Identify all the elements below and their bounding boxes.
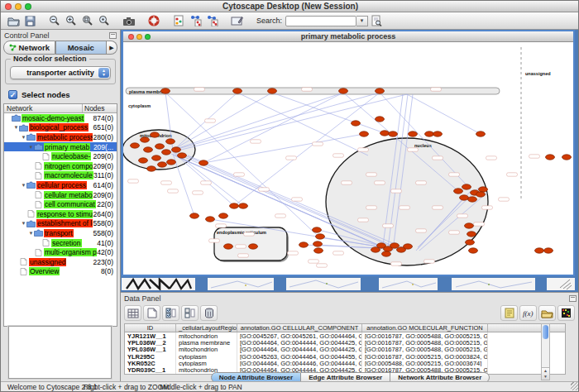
tree-expand-arrow[interactable]: ▼ — [21, 221, 26, 226]
tree-expand-arrow[interactable]: ▼ — [21, 135, 26, 140]
network-node[interactable] — [476, 192, 486, 197]
tree-node-label[interactable]: mosaic-demo-yeast — [22, 114, 84, 122]
table-cell[interactable]: [GO:0045263, GO:0044464, GO:0044455, G..… — [237, 353, 362, 360]
table-cell[interactable]: YPL036W__2 — [125, 339, 176, 346]
tree-row[interactable]: mosaic-demo-yeast874(0) — [4, 113, 117, 123]
network-node[interactable] — [476, 131, 486, 136]
table-column-header[interactable]: _cellularLayoutRegion — [176, 324, 237, 332]
tree-node-label[interactable]: primary metab — [44, 143, 90, 151]
network-node[interactable] — [131, 143, 140, 148]
network-node[interactable] — [371, 247, 380, 252]
tree-row[interactable]: unassigned223(0) — [4, 257, 117, 267]
table-cell[interactable]: [GO:0044464, GO:0044446, GO:0044444, G..… — [237, 360, 362, 366]
network-node[interactable] — [161, 88, 170, 93]
network-node[interactable] — [156, 144, 165, 149]
network-node[interactable] — [433, 131, 443, 136]
import-attributes-icon[interactable] — [538, 305, 556, 321]
search-input[interactable] — [285, 16, 356, 26]
tree-column-network[interactable]: Network — [4, 104, 82, 112]
node-color-dropdown[interactable]: transporter activity ▲▼ — [10, 66, 111, 79]
zoom-fit-icon[interactable] — [96, 13, 112, 28]
network-node[interactable] — [466, 240, 475, 245]
tree-node-label[interactable]: Overview — [29, 267, 60, 275]
save-icon[interactable] — [22, 13, 38, 28]
tree-expand-arrow[interactable]: ▼ — [13, 125, 19, 130]
network-window[interactable]: primary metabolic process plasma membran… — [122, 30, 575, 276]
network-node[interactable] — [178, 153, 187, 158]
network-node[interactable] — [562, 155, 572, 160]
vizmapper-icon[interactable] — [170, 13, 187, 28]
tree-row[interactable]: cell communicat22(0) — [4, 199, 117, 209]
tree-node-label[interactable]: transport — [44, 229, 74, 237]
tree-expand-arrow[interactable]: ▼ — [28, 145, 34, 150]
network-node[interactable] — [147, 166, 156, 171]
table-cell[interactable]: cytoplasm — [176, 360, 237, 366]
tree-node-label[interactable]: nitrogen compo — [44, 162, 93, 170]
table-cell[interactable]: [GO:0044464, GO:0044444, GO:0044425, G..… — [237, 347, 362, 353]
tree-expand-arrow[interactable]: ▼ — [21, 183, 26, 188]
notes-icon[interactable] — [500, 305, 518, 321]
tree-node-label[interactable]: multi-organism pro — [44, 248, 97, 256]
network-node[interactable] — [389, 131, 398, 136]
tree-node-label[interactable]: cellular metabo — [44, 191, 93, 199]
network-node[interactable] — [544, 248, 553, 253]
network-node[interactable] — [468, 197, 477, 202]
table-cell[interactable]: [GO:0005488, GO:0005215, GO:0003674] — [362, 360, 488, 366]
table-cell[interactable]: [GO:0016787, GO:0005488, GO:0005215, G..… — [362, 347, 488, 353]
zoom-selected-icon[interactable] — [79, 13, 96, 28]
table-cell[interactable]: [GO:0016787, GO:0005488, GO:0005215, G..… — [362, 332, 488, 339]
network-node[interactable] — [167, 160, 176, 165]
table-column-header[interactable]: ID — [125, 324, 176, 332]
tree-column-nodes[interactable]: Nodes — [82, 104, 117, 112]
heatmap-icon[interactable] — [557, 305, 575, 321]
network-node[interactable] — [190, 213, 199, 218]
tree-node-label[interactable]: biological_process — [29, 123, 89, 131]
search-settings-icon[interactable] — [368, 13, 385, 28]
tree-row[interactable]: secretion41(0) — [4, 238, 117, 248]
table-cell[interactable]: YJR121W__1 — [125, 332, 176, 339]
tree-row[interactable]: ▼biological_process651(0) — [4, 123, 117, 133]
table-row[interactable]: YLR295Ccytoplasm[GO:0045263, GO:0044464,… — [125, 353, 565, 360]
network-node[interactable] — [172, 147, 181, 152]
network-node[interactable] — [313, 241, 323, 246]
table-cell[interactable]: cytoplasm — [176, 353, 237, 360]
snapshot-icon[interactable] — [121, 13, 137, 28]
network-node[interactable] — [390, 243, 400, 248]
network-node[interactable] — [230, 203, 239, 208]
tree-row[interactable]: ▼cellular process614(0) — [4, 180, 117, 190]
network-node[interactable] — [316, 234, 325, 239]
network-node[interactable] — [268, 88, 277, 93]
network-node[interactable] — [454, 189, 463, 194]
tab-overflow-arrow[interactable]: ▶ — [107, 41, 117, 55]
network-node[interactable] — [382, 251, 391, 256]
network-node[interactable] — [224, 244, 233, 249]
network-node[interactable] — [166, 139, 175, 144]
table-cell[interactable]: mitochondrion — [176, 332, 237, 339]
matrix-icon[interactable] — [124, 305, 141, 321]
tree-node-label[interactable]: metabolic process — [36, 133, 93, 141]
network-node[interactable] — [233, 88, 242, 93]
float-data-panel-icon[interactable] — [569, 295, 577, 302]
tree-node-label[interactable]: cellular process — [36, 181, 87, 189]
table-cell[interactable]: [GO:0044464, GO:0044444, GO:0044425, G..… — [237, 339, 362, 346]
network-canvas[interactable]: plasma membrane cytoplasm mitochondrion … — [123, 42, 573, 275]
table-cell[interactable]: mitochondrion — [176, 347, 237, 353]
tree-row[interactable]: nucleobase-209(0) — [4, 151, 117, 161]
tree-node-label[interactable]: unassigned — [29, 258, 66, 266]
select-attributes-icon[interactable] — [162, 305, 179, 321]
network-node[interactable] — [314, 248, 323, 253]
network-node[interactable] — [162, 150, 171, 155]
table-scrollbar-thumb[interactable] — [543, 325, 548, 339]
resize-grip[interactable] — [571, 382, 579, 390]
network-node[interactable] — [151, 132, 160, 137]
new-network-from-selection-edges-icon[interactable] — [203, 13, 220, 28]
tree-row[interactable]: macromolecule311(0) — [4, 171, 117, 181]
network-node[interactable] — [469, 248, 478, 253]
network-node[interactable] — [460, 195, 469, 200]
network-node[interactable] — [535, 248, 544, 253]
tree-row[interactable]: ▼establishment of lo558(0) — [4, 219, 117, 229]
network-node[interactable] — [199, 160, 208, 165]
delete-attribute-icon[interactable] — [200, 305, 218, 321]
network-node[interactable] — [299, 242, 309, 247]
tree-row[interactable]: multi-organism pro42(0) — [4, 247, 117, 257]
